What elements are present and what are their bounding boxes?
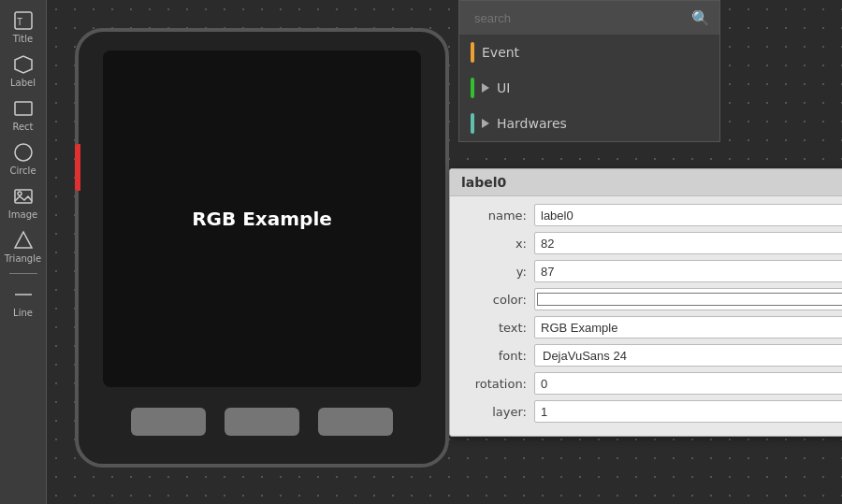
prop-label-name: name: [461,209,527,223]
dropdown-item-ui[interactable]: UI [459,70,719,106]
dropdown-ui-label: UI [497,80,510,95]
prop-row-name: name: [461,204,842,226]
canvas-area[interactable]: RGB Example 🔍 Event UI [47,0,842,504]
search-input[interactable] [469,7,686,29]
prop-select-font[interactable]: DejaVuSans 24 DejaVuSans 18 DejaVuSans 1… [534,344,842,367]
ui-color-bar [471,78,474,98]
screen-text: RGB Example [192,208,332,230]
prop-row-x: x: [461,232,842,254]
device-btn-1[interactable] [131,408,206,436]
dropdown-item-hardwares[interactable]: Hardwares [459,106,719,141]
prop-input-rotation[interactable] [534,372,842,395]
prop-label-color: color: [461,293,527,307]
sidebar-item-title[interactable]: T Title [2,6,45,48]
search-bar: 🔍 [459,1,719,35]
sidebar-divider [9,273,37,274]
prop-input-name[interactable] [534,204,842,226]
sidebar-item-label-label: Label [10,78,36,88]
prop-label-layer: layer: [461,405,527,419]
prop-row-layer: layer: [461,400,842,423]
prop-input-color[interactable] [534,288,842,310]
sidebar-item-title-label: Title [13,34,33,44]
prop-label-x: x: [461,237,527,251]
sidebar-item-circle-label: Circle [9,166,36,176]
device-buttons [131,408,393,436]
prop-label-font: font: [461,349,527,363]
prop-row-font: font: DejaVuSans 24 DejaVuSans 18 DejaVu… [461,344,842,367]
hw-color-bar [471,113,474,134]
prop-row-y: y: [461,260,842,282]
sidebar-item-line-label: Line [13,308,33,318]
device-btn-2[interactable] [225,408,299,436]
prop-label-rotation: rotation: [461,377,527,391]
sidebar-item-triangle[interactable]: Triangle [2,225,45,267]
sidebar-item-label[interactable]: Label [2,50,45,92]
search-icon: 🔍 [691,9,710,27]
red-accent-bar [75,144,80,191]
sidebar-item-rect-label: Rect [12,122,33,132]
device-screen: RGB Example [103,50,421,387]
prop-row-text: text: [461,316,842,338]
prop-input-y[interactable] [534,260,842,282]
prop-row-rotation: rotation: [461,372,842,395]
svg-point-5 [18,192,22,195]
dropdown-event-label: Event [482,45,519,60]
sidebar: T Title Label Rect Circle Image [0,0,47,504]
sidebar-item-line[interactable]: Line [2,280,45,322]
props-title: label0 [461,175,506,190]
svg-point-3 [15,144,32,161]
svg-marker-6 [15,232,32,248]
device-frame: RGB Example [75,28,449,468]
svg-rect-2 [15,102,32,115]
props-header: label0 × [450,169,842,196]
prop-row-color: color: [461,288,842,310]
prop-input-text[interactable] [534,316,842,338]
event-color-bar [471,42,474,63]
dropdown-panel: 🔍 Event UI Hardwares [458,0,720,142]
main-area: RGB Example 🔍 Event UI [47,0,842,504]
sidebar-item-triangle-label: Triangle [5,253,41,264]
prop-input-x[interactable] [534,232,842,254]
props-body: name: x: y: color: [450,196,842,436]
sidebar-item-circle[interactable]: Circle [2,137,45,180]
device-btn-3[interactable] [318,408,393,436]
svg-text:T: T [17,17,22,27]
prop-label-text: text: [461,321,527,335]
sidebar-item-image[interactable]: Image [2,181,45,223]
prop-input-layer[interactable] [534,400,842,423]
ui-expand-icon [482,83,489,93]
hw-expand-icon [482,119,489,128]
dropdown-hw-label: Hardwares [497,116,567,131]
sidebar-item-image-label: Image [8,209,37,220]
prop-label-y: y: [461,265,527,279]
properties-panel: label0 × name: x: y: [449,168,842,437]
svg-rect-4 [15,190,32,203]
dropdown-item-event[interactable]: Event [459,35,719,70]
sidebar-item-rect[interactable]: Rect [2,94,45,136]
